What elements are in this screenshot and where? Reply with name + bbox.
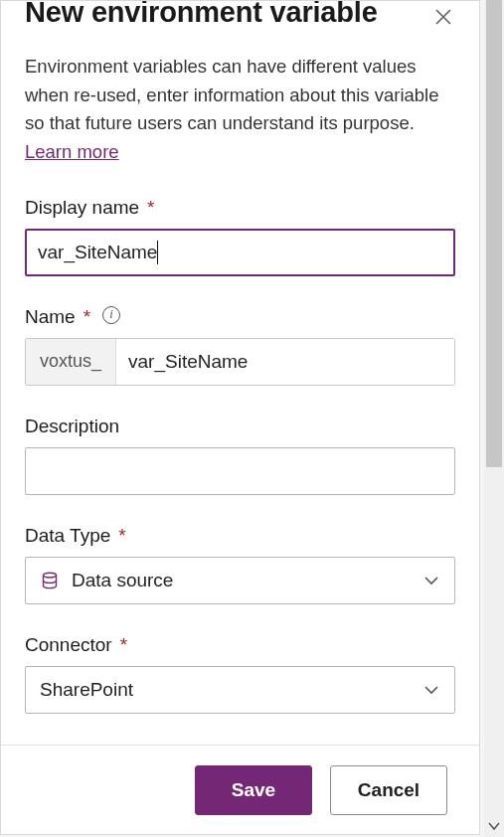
label-text: Description — [25, 416, 119, 437]
learn-more-link[interactable]: Learn more — [25, 141, 119, 162]
connector-label: Connector * — [25, 634, 455, 656]
label-text: Name — [25, 306, 76, 328]
scroll-down-icon[interactable] — [484, 817, 504, 835]
field-name: Name * i voxtus_ — [25, 306, 455, 386]
svg-point-0 — [44, 573, 57, 578]
connector-select[interactable]: SharePoint — [25, 666, 455, 714]
display-name-input[interactable]: var_SiteName — [25, 229, 455, 276]
connector-value: SharePoint — [40, 679, 133, 701]
field-display-name: Display name * var_SiteName — [25, 197, 455, 276]
display-name-label: Display name * — [25, 197, 455, 219]
panel-header: New environment variable — [25, 1, 455, 35]
field-description: Description — [25, 416, 455, 495]
name-input[interactable] — [116, 339, 454, 385]
database-icon — [40, 571, 60, 590]
data-type-select[interactable]: Data source — [25, 557, 455, 604]
display-name-value: var_SiteName — [38, 242, 157, 263]
required-marker: * — [120, 634, 127, 656]
name-input-group: voxtus_ — [25, 338, 455, 386]
field-data-type: Data Type * Data source — [25, 525, 455, 604]
new-env-var-panel: New environment variable Environment var… — [0, 0, 480, 835]
required-marker: * — [84, 306, 90, 328]
page-scrollbar[interactable] — [484, 0, 504, 837]
name-prefix: voxtus_ — [26, 339, 116, 385]
save-button[interactable]: Save — [195, 765, 312, 815]
data-type-value: Data source — [72, 570, 173, 591]
text-caret — [157, 241, 158, 264]
label-text: Display name — [25, 197, 139, 219]
scrollbar-thumb[interactable] — [486, 0, 502, 467]
field-connector: Connector * SharePoint — [25, 634, 455, 714]
panel-intro: Environment variables can have different… — [25, 53, 455, 167]
data-type-label: Data Type * — [25, 525, 455, 547]
close-button[interactable] — [425, 1, 461, 35]
label-text: Connector — [25, 634, 112, 656]
panel-footer: Save Cancel — [1, 745, 479, 834]
panel-title: New environment variable — [25, 1, 378, 27]
close-icon — [434, 8, 452, 26]
intro-text: Environment variables can have different… — [25, 56, 439, 133]
chevron-down-icon — [422, 572, 440, 589]
description-input[interactable] — [25, 447, 455, 495]
cancel-button[interactable]: Cancel — [330, 765, 447, 815]
required-marker: * — [118, 525, 125, 547]
required-marker: * — [147, 197, 154, 219]
label-text: Data Type — [25, 525, 110, 547]
panel-body: New environment variable Environment var… — [1, 1, 479, 745]
name-label: Name * i — [25, 306, 455, 328]
info-icon[interactable]: i — [102, 306, 120, 324]
chevron-down-icon — [422, 681, 440, 699]
description-label: Description — [25, 416, 455, 437]
